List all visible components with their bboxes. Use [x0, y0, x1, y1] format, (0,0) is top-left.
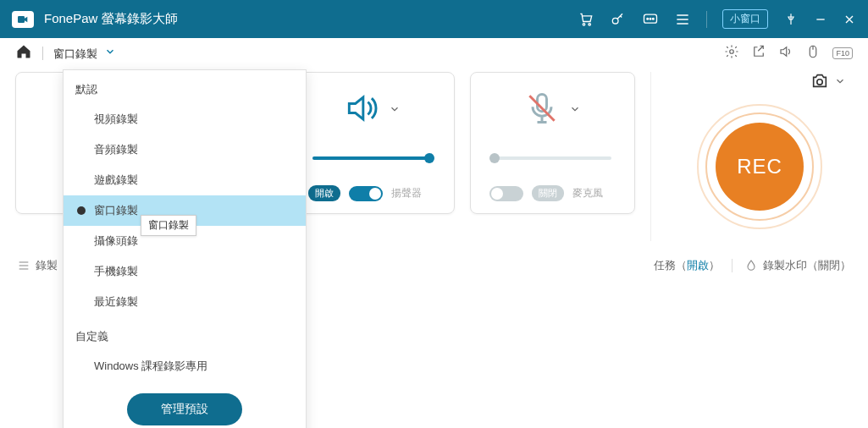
gear-icon[interactable] [724, 44, 739, 63]
close-icon[interactable] [843, 13, 856, 26]
home-icon[interactable] [15, 43, 32, 63]
speaker-toggle-state: 開啟 [308, 185, 340, 201]
app-logo [12, 11, 34, 28]
speaker-toggle[interactable] [349, 186, 383, 201]
record-column: REC [666, 72, 853, 229]
chat-icon[interactable] [642, 11, 659, 28]
mode-dropdown: 默認 視頻錄製 音頻錄製 遊戲錄製 窗口錄製 攝像頭錄 手機錄製 最近錄製 自定… [63, 69, 307, 428]
divider [42, 47, 43, 60]
svg-point-6 [650, 18, 651, 19]
mic-off-icon [523, 90, 561, 130]
manage-presets-button[interactable]: 管理預設 [127, 393, 242, 425]
camera-icon[interactable] [810, 72, 829, 94]
hotkey-badge[interactable]: F10 [832, 47, 853, 59]
sound-icon[interactable] [778, 44, 793, 63]
svg-rect-0 [18, 16, 25, 23]
mic-toggle[interactable] [489, 186, 523, 201]
svg-point-5 [647, 18, 649, 19]
dropdown-item-audio[interactable]: 音頻錄製 [64, 134, 306, 165]
toolbar: 窗口錄製 F10 [0, 38, 868, 69]
chevron-down-icon[interactable] [389, 103, 401, 118]
watermark-label: 錄製水印（關閉） [763, 258, 851, 273]
dropdown-item-recent[interactable]: 最近錄製 [64, 287, 306, 317]
svg-point-11 [817, 80, 822, 85]
tooltip: 窗口錄製 [141, 215, 196, 236]
menu-icon[interactable] [674, 11, 691, 28]
export-icon[interactable] [751, 44, 766, 63]
mic-label: 麥克風 [572, 186, 603, 200]
mic-toggle-state: 關閉 [532, 185, 564, 201]
app-title: FonePaw 螢幕錄影大師 [44, 11, 178, 27]
dropdown-section-custom: 自定義 [64, 317, 306, 351]
speaker-label: 揚聲器 [391, 186, 422, 200]
history-label: 錄製 [36, 258, 58, 273]
key-icon[interactable] [610, 11, 627, 28]
mode-selector[interactable]: 窗口錄製 [53, 46, 116, 62]
rec-button-container: REC [697, 104, 822, 229]
watermark-link[interactable]: 錄製水印（關閉） [744, 258, 851, 273]
chevron-down-icon [104, 47, 116, 60]
history-link[interactable]: 錄製 [17, 258, 58, 273]
task-link[interactable]: 任務（開啟） [654, 258, 720, 273]
svg-point-7 [653, 18, 655, 19]
speaker-icon [343, 90, 380, 130]
mode-label: 窗口錄製 [53, 47, 97, 60]
minimize-icon[interactable] [814, 13, 827, 26]
svg-point-2 [589, 23, 591, 25]
svg-point-1 [583, 23, 585, 25]
svg-point-3 [612, 18, 618, 24]
mic-panel: 關閉 麥克風 [470, 72, 635, 214]
svg-point-8 [730, 50, 734, 54]
dropdown-item-phone[interactable]: 手機錄製 [64, 256, 306, 287]
mouse-icon[interactable] [805, 44, 821, 63]
titlebar: FonePaw 螢幕錄影大師 小窗口 [0, 0, 868, 38]
speaker-panel: 開啟 揚聲器 [289, 72, 454, 214]
speaker-volume-slider[interactable] [312, 156, 431, 160]
dropdown-item-custom-0[interactable]: Windows 課程錄影專用 [64, 351, 306, 381]
dropdown-item-game[interactable]: 遊戲錄製 [64, 165, 306, 195]
chevron-down-icon[interactable] [569, 103, 581, 118]
divider [732, 259, 733, 272]
divider [650, 72, 651, 241]
cart-icon[interactable] [578, 11, 594, 28]
pin-icon[interactable] [783, 12, 799, 27]
dropdown-item-video[interactable]: 視頻錄製 [64, 104, 306, 134]
task-label: 任務（開啟） [654, 258, 720, 273]
divider [706, 11, 707, 28]
mic-volume-slider[interactable] [493, 156, 611, 160]
chevron-down-icon[interactable] [834, 75, 846, 91]
dropdown-section-default: 默認 [64, 70, 306, 104]
small-window-button[interactable]: 小窗口 [722, 9, 768, 29]
